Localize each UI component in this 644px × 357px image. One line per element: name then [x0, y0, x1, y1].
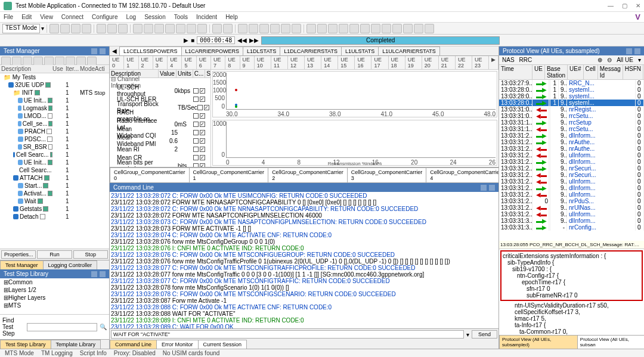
toolbar-btn[interactable] — [360, 24, 370, 33]
stat-tab[interactable]: L1ULCARRIERSTATS — [378, 46, 440, 55]
ue-item[interactable]: UE 17 — [371, 56, 388, 69]
cell-tab[interactable]: CellGroup_ComponentCarrier 2 — [268, 167, 348, 182]
ue-item[interactable]: UE 8 — [225, 56, 240, 69]
menu-file[interactable]: File — [4, 14, 13, 20]
toolbar-btn[interactable] — [425, 24, 434, 33]
tab-template-library[interactable]: Template Library — [51, 340, 101, 349]
message-row[interactable]: 13:03:28:0...▬▶ -119...systemI...0 — [499, 93, 644, 100]
toolbar-btn[interactable] — [176, 24, 185, 33]
channel-row[interactable]: UL-SCH throughput0kbps — [110, 86, 210, 95]
toolbar-btn[interactable] — [238, 24, 247, 33]
cell-tab[interactable]: CellGroup_ComponentCarrier 3 — [347, 167, 427, 182]
ue-item[interactable]: UE 2 — [139, 56, 153, 69]
tree-row[interactable]: Activat...1 — [0, 190, 109, 197]
tab-current-session[interactable]: Current Session — [198, 340, 247, 349]
message-row[interactable]: 13:03:31:2...◀▬ 09...ulInform...0 — [499, 178, 644, 185]
tree-row[interactable]: PRACH1 — [0, 128, 109, 135]
cell-tab[interactable]: CellGroup_ComponentCarrier 1 — [189, 167, 269, 182]
ue-item[interactable]: UE 15 — [338, 56, 355, 69]
message-row[interactable]: 13:03:31:2...◀▬ 09...ulInform...0 — [499, 152, 644, 159]
menu-incident[interactable]: Incident — [196, 14, 217, 20]
toolbar-btn[interactable] — [349, 24, 359, 33]
tree-row[interactable]: ATTACH1 — [0, 174, 109, 182]
cell-tab[interactable]: CellGroup_ComponentCarrier 0 — [110, 167, 190, 182]
toolbar-btn[interactable] — [371, 24, 380, 33]
maximize-button[interactable]: ▢ — [622, 2, 627, 9]
tab-protocol-view[interactable]: Protocol View (All UEs, subsampled) — [499, 335, 578, 349]
message-row[interactable]: 13:03:31:2...◀▬ 09...nrAuthe...0 — [499, 145, 644, 152]
minimize-button[interactable]: — — [608, 2, 614, 9]
protocol-filters[interactable]: NASRRC ⊕⊖All UE▾ — [499, 55, 644, 65]
menu-view[interactable]: View — [40, 14, 53, 20]
menu-edit[interactable]: Edit — [21, 14, 32, 20]
toolbar-btn[interactable] — [154, 24, 164, 33]
menu-log[interactable]: Log — [126, 14, 136, 20]
tree-row[interactable]: Start...1 — [0, 182, 109, 190]
ue-item[interactable]: UE 6 — [197, 56, 211, 69]
ue-item[interactable]: UE 13 — [305, 56, 321, 69]
message-row[interactable]: 13:03:31:2...◀▬ 09...nrUlNas...0 — [499, 204, 644, 211]
ue-item[interactable]: UE 4 — [168, 56, 182, 69]
run-button[interactable]: Run — [37, 250, 72, 259]
ue-item[interactable]: UE 10 — [255, 56, 271, 69]
message-row[interactable]: 13:03:31:1...◀▬ 09...rrcSetu...0 — [499, 126, 644, 132]
toolbar-btn[interactable] — [306, 24, 316, 33]
stat-tab[interactable]: L1DLCARRIERSTATS — [280, 46, 342, 55]
find-input[interactable] — [27, 323, 97, 331]
toolbar-btn[interactable] — [60, 24, 70, 33]
toolbar-btn[interactable] — [49, 24, 59, 33]
menu-configure[interactable]: Configure — [92, 14, 117, 20]
ue-item[interactable]: UE 23 — [472, 56, 489, 69]
toolbar-btn[interactable] — [144, 24, 153, 33]
ue-item[interactable]: UE 7 — [211, 56, 225, 69]
tab-command-line[interactable]: Command Line — [110, 340, 157, 349]
stat-tab[interactable]: L1ULSTATS — [341, 46, 379, 55]
message-row[interactable]: 13:03:31:2...▬▶ 09...dlInform...0 — [499, 132, 644, 139]
tree-row[interactable]: Cell Searc...1 — [0, 151, 109, 159]
decode-view[interactable]: criticalExtensions systemInformation : {… — [499, 249, 644, 335]
close-icon[interactable] — [489, 185, 495, 191]
toolbar-btn[interactable] — [223, 24, 233, 33]
tree-row[interactable]: Logmask1 — [0, 104, 109, 112]
toolbar-btn[interactable] — [392, 24, 402, 33]
ue-item[interactable]: UE 22 — [456, 56, 472, 69]
message-row[interactable]: 13:03:31:0...◀▬ 09...nrRegist...0 — [499, 106, 644, 113]
toolbar-btn[interactable] — [71, 24, 80, 33]
pin-icon[interactable] — [91, 48, 97, 54]
ue-item[interactable]: UE 12 — [288, 56, 305, 69]
toolbar-btn[interactable] — [270, 24, 280, 33]
message-row[interactable]: 13:03:31:0...◀▬ 09...rrcSetu...0 — [499, 113, 644, 119]
tree-row[interactable]: 32UE UDP1 — [0, 81, 109, 89]
play-icon[interactable]: ▶ — [184, 37, 188, 44]
channel-row[interactable]: Mean bits per symbolbits — [110, 162, 210, 167]
tree-row[interactable]: UE Init...1 — [0, 159, 109, 166]
ue-item[interactable]: UE 0 — [110, 56, 124, 69]
toolbar-btn[interactable] — [197, 24, 207, 33]
message-row[interactable]: 13:03:28:0...▬▶ -119...systemI...0 — [499, 86, 644, 93]
menu-tools[interactable]: Tools — [174, 14, 188, 20]
mode-dropdown-icon[interactable]: ▾ — [41, 25, 44, 32]
toolbar-btn[interactable] — [133, 24, 143, 33]
close-button[interactable]: ✕ — [636, 2, 640, 9]
message-row[interactable]: 13:03:31:2...▬▶ 09...nrSecuri...0 — [499, 165, 644, 172]
message-list[interactable]: 13:03:27:9...▬▶ -119...RRC_N...013:03:28… — [499, 80, 644, 241]
stop-button[interactable]: Stop — [73, 250, 108, 259]
search-icon[interactable]: 🔍 — [100, 324, 107, 330]
message-row[interactable]: 13:03:31:2...◀▬ 09...nrSecuri...0 — [499, 172, 644, 178]
ue-item[interactable]: UE 21 — [439, 56, 456, 69]
toolbar-btn[interactable] — [317, 24, 327, 33]
ue-item[interactable]: UE 1 — [124, 56, 138, 69]
menu-session[interactable]: Session — [144, 14, 166, 20]
channel-row[interactable]: Mean RI2 — [110, 145, 210, 153]
tab-test-manager[interactable]: Test Manager — [0, 260, 44, 269]
tree-row[interactable]: LMOD...1 — [0, 112, 109, 120]
toolbar-btn[interactable] — [259, 24, 269, 33]
tab-step-library[interactable]: Test Step Library — [0, 340, 51, 349]
pin-icon[interactable] — [626, 48, 632, 54]
dropdown-icon[interactable]: ▾ — [466, 331, 469, 338]
toolbar-btn[interactable] — [403, 24, 413, 33]
message-row[interactable]: 13:03:31:2...▬▶ 09...dlInform...0 — [499, 185, 644, 191]
toolbar-btn[interactable] — [281, 24, 290, 33]
toolbar-btn[interactable] — [118, 24, 128, 33]
step-tree[interactable]: ⊞ Common ⊞ Layers 1/2 ⊞ Higher Layers ⊞ … — [0, 278, 109, 314]
